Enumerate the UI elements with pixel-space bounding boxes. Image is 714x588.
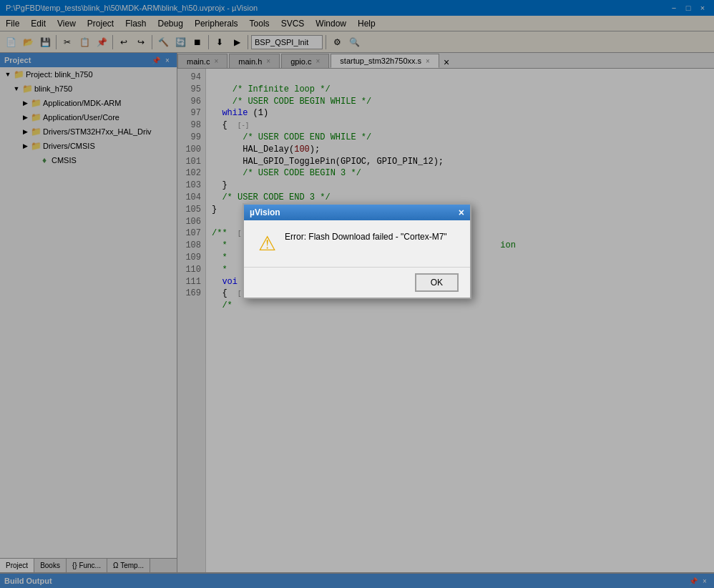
- dialog-title: µVision: [250, 207, 280, 217]
- warning-icon: ⚠: [258, 232, 276, 255]
- dialog-message: Error: Flash Download failed - "Cortex-M…: [285, 232, 447, 242]
- dialog-body: ⚠ Error: Flash Download failed - "Cortex…: [244, 220, 470, 267]
- dialog-titlebar: µVision ×: [244, 205, 470, 220]
- modal-overlay: µVision × ⚠ Error: Flash Download failed…: [0, 0, 714, 588]
- dialog-footer: OK: [244, 267, 470, 298]
- dialog-ok-btn[interactable]: OK: [415, 273, 459, 292]
- dialog-close-btn[interactable]: ×: [459, 207, 464, 218]
- error-dialog: µVision × ⚠ Error: Flash Download failed…: [243, 203, 471, 299]
